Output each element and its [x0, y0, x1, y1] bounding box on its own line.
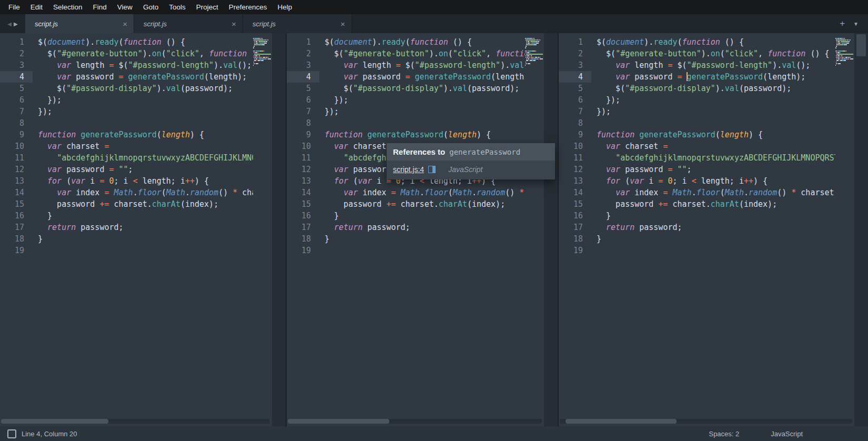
- code-line-3[interactable]: var length = $("#password-length").val()…: [38, 59, 253, 71]
- line-number[interactable]: 10: [287, 141, 319, 152]
- code-line-15[interactable]: password += charset.charAt(index);: [38, 198, 253, 210]
- line-number[interactable]: 5: [0, 83, 33, 94]
- code-line-17[interactable]: return password;: [38, 222, 253, 233]
- menu-item-tools[interactable]: Tools: [164, 0, 191, 14]
- line-number[interactable]: 8: [287, 117, 319, 129]
- code-line-19[interactable]: [38, 245, 253, 256]
- line-number[interactable]: 12: [559, 164, 591, 175]
- menu-item-file[interactable]: File: [3, 0, 25, 14]
- code-line-11[interactable]: "abcdefghijklmnopqrstuvwxyzABCDEFGHIJKLM…: [597, 152, 835, 164]
- gutter[interactable]: 12345678910111213141516171819: [559, 33, 591, 426]
- horizontal-scrollbar-thumb[interactable]: [288, 419, 389, 424]
- vertical-scrollbar-thumb[interactable]: [856, 34, 866, 56]
- line-number[interactable]: 10: [559, 141, 591, 152]
- horizontal-scrollbar[interactable]: [288, 419, 542, 424]
- code-line-5[interactable]: $("#password-display").val(password);: [597, 83, 835, 94]
- line-number[interactable]: 4: [559, 71, 591, 83]
- code-line-1[interactable]: $(document).ready(function () {: [38, 36, 253, 48]
- line-number[interactable]: 7: [0, 106, 33, 117]
- line-number[interactable]: 1: [287, 36, 319, 48]
- code-line-7[interactable]: });: [38, 106, 253, 117]
- code-line-2[interactable]: $("#generate-button").on("click", functi…: [597, 48, 835, 59]
- line-number[interactable]: 16: [559, 210, 591, 222]
- menu-item-project[interactable]: Project: [191, 0, 224, 14]
- code-line-6[interactable]: });: [38, 94, 253, 106]
- code-line-14[interactable]: var index = Math.floor(Math.random() * c…: [38, 187, 253, 198]
- code-line-8[interactable]: [325, 117, 525, 129]
- line-number[interactable]: 14: [559, 187, 591, 198]
- code-line-6[interactable]: });: [597, 94, 835, 106]
- code-line-1[interactable]: $(document).ready(function () {: [325, 36, 525, 48]
- line-number[interactable]: 3: [559, 59, 591, 71]
- line-number[interactable]: 1: [559, 36, 591, 48]
- code-line-2[interactable]: $("#generate-button").on("click", functi…: [38, 48, 253, 59]
- minimap[interactable]: [525, 33, 544, 426]
- menu-item-edit[interactable]: Edit: [25, 0, 48, 14]
- tab-3[interactable]: script.js×: [243, 14, 352, 33]
- line-number[interactable]: 13: [0, 175, 33, 187]
- vertical-scrollbar[interactable]: [854, 33, 868, 426]
- code-line-7[interactable]: });: [597, 106, 835, 117]
- code-line-10[interactable]: var charset =: [38, 141, 253, 152]
- line-number[interactable]: 15: [287, 198, 319, 210]
- code-line-13[interactable]: for (var i = 0; i < length; i++) {: [597, 175, 835, 187]
- menu-item-view[interactable]: View: [112, 0, 138, 14]
- line-number[interactable]: 6: [287, 94, 319, 106]
- code-line-17[interactable]: return password;: [325, 222, 525, 233]
- line-number[interactable]: 2: [287, 48, 319, 59]
- code-line-11[interactable]: "abcdefghijklmnopqrstuvwxyzABCDEFGHIJKLM…: [38, 152, 253, 164]
- line-number[interactable]: 15: [0, 198, 33, 210]
- code-line-9[interactable]: function generatePassword(length) {: [597, 129, 835, 141]
- line-number[interactable]: 13: [287, 175, 319, 187]
- reference-link[interactable]: script.js:4: [393, 165, 424, 174]
- code-line-5[interactable]: $("#password-display").val(password);: [325, 83, 525, 94]
- code-line-3[interactable]: var length = $("#password-length").val()…: [597, 59, 835, 71]
- code-line-5[interactable]: $("#password-display").val(password);: [38, 83, 253, 94]
- nav-back-icon[interactable]: ◀: [7, 21, 12, 27]
- code-line-16[interactable]: }: [38, 210, 253, 222]
- line-number[interactable]: 8: [559, 117, 591, 129]
- code-line-3[interactable]: var length = $("#password-length").val()…: [325, 59, 525, 71]
- line-number[interactable]: 7: [287, 106, 319, 117]
- code-line-13[interactable]: for (var i = 0; i < length; i++) {: [38, 175, 253, 187]
- line-number[interactable]: 6: [0, 94, 33, 106]
- code-line-9[interactable]: function generatePassword(length) {: [325, 129, 525, 141]
- code-line-7[interactable]: });: [325, 106, 525, 117]
- line-number[interactable]: 10: [0, 141, 33, 152]
- line-number[interactable]: 13: [559, 175, 591, 187]
- code-area[interactable]: $(document).ready(function () { $("#gene…: [33, 33, 253, 426]
- new-tab-icon[interactable]: +: [840, 18, 845, 29]
- line-number[interactable]: 11: [0, 152, 33, 164]
- tab-close-icon[interactable]: ×: [123, 20, 127, 28]
- line-number[interactable]: 16: [287, 210, 319, 222]
- syntax-status[interactable]: JavaScript: [771, 430, 803, 438]
- code-line-14[interactable]: var index = Math.floor(Math.random() * c…: [597, 187, 835, 198]
- menu-item-preferences[interactable]: Preferences: [224, 0, 272, 14]
- line-number[interactable]: 11: [287, 152, 319, 164]
- line-number[interactable]: 15: [559, 198, 591, 210]
- code-line-14[interactable]: var index = Math.floor(Math.random() * c…: [325, 187, 525, 198]
- horizontal-scrollbar-thumb[interactable]: [566, 419, 677, 424]
- line-number[interactable]: 18: [0, 233, 33, 245]
- line-number[interactable]: 2: [559, 48, 591, 59]
- gutter[interactable]: 12345678910111213141516171819: [287, 33, 319, 426]
- line-number[interactable]: 9: [559, 129, 591, 141]
- code-line-4[interactable]: var password = generatePassword(length);: [325, 71, 525, 83]
- line-number[interactable]: 3: [0, 59, 33, 71]
- vintage-mode-icon[interactable]: [7, 429, 16, 438]
- code-line-9[interactable]: function generatePassword(length) {: [38, 129, 253, 141]
- line-number[interactable]: 16: [0, 210, 33, 222]
- line-number[interactable]: 4: [287, 71, 319, 83]
- line-number[interactable]: 3: [287, 59, 319, 71]
- tab-close-icon[interactable]: ×: [231, 20, 236, 28]
- code-line-6[interactable]: });: [325, 94, 525, 106]
- code-line-16[interactable]: }: [597, 210, 835, 222]
- line-number[interactable]: 9: [0, 129, 33, 141]
- code-line-12[interactable]: var password = "";: [597, 164, 835, 175]
- code-line-19[interactable]: [597, 245, 835, 256]
- minimap[interactable]: [835, 33, 854, 426]
- code-line-10[interactable]: var charset =: [597, 141, 835, 152]
- vertical-scrollbar[interactable]: [272, 33, 286, 426]
- tab-2[interactable]: script.js×: [134, 14, 243, 33]
- line-number[interactable]: 12: [0, 164, 33, 175]
